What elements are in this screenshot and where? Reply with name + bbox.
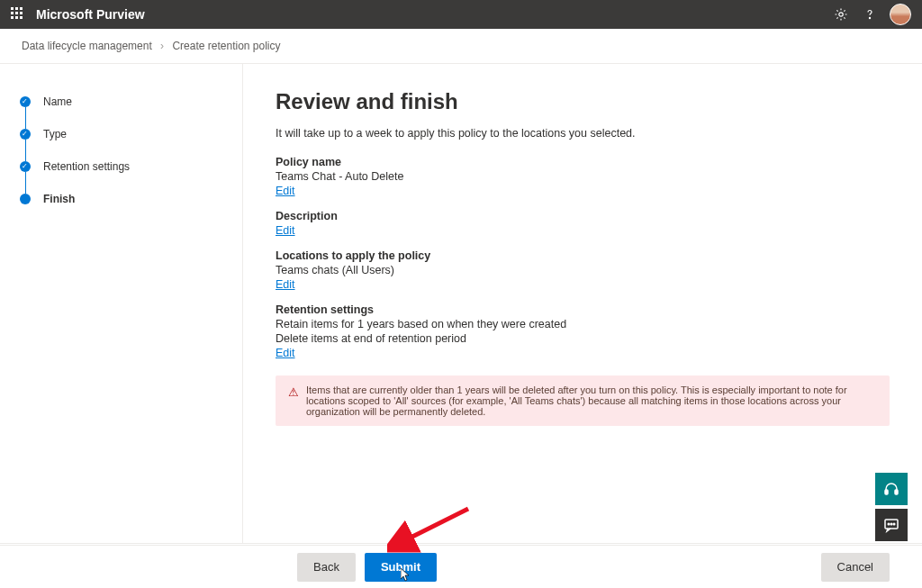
edit-locations[interactable]: Edit <box>276 278 295 291</box>
step-name[interactable]: Name <box>18 96 224 129</box>
warning-icon: ⚠ <box>288 385 299 399</box>
edit-policy-name[interactable]: Edit <box>276 185 295 197</box>
app-launcher-icon[interactable] <box>11 7 25 22</box>
side-buttons <box>875 473 908 541</box>
main-panel: Review and finish It will take up to a w… <box>243 64 922 543</box>
breadcrumb-root[interactable]: Data lifecycle management <box>22 40 152 52</box>
headset-icon[interactable] <box>875 473 908 505</box>
cancel-button[interactable]: Cancel <box>821 553 890 582</box>
svg-rect-3 <box>895 490 898 494</box>
breadcrumb: Data lifecycle management › Create reten… <box>0 29 922 64</box>
submit-button[interactable]: Submit <box>365 553 437 582</box>
svg-point-0 <box>839 13 843 16</box>
user-avatar[interactable] <box>890 4 911 25</box>
feedback-icon[interactable] <box>875 509 908 541</box>
page-subtext: It will take up to a week to apply this … <box>276 127 890 140</box>
retention-label: Retention settings <box>276 303 890 316</box>
check-icon <box>20 161 31 172</box>
footer-bar: Back Submit Cancel <box>0 545 922 588</box>
svg-point-6 <box>890 523 892 525</box>
retention-value-1: Retain items for 1 years based on when t… <box>276 318 890 330</box>
warning-banner: ⚠ Items that are currently older than 1 … <box>276 375 890 426</box>
locations-value: Teams chats (All Users) <box>276 264 890 276</box>
wizard-steps: Name Type Retention settings Finish <box>0 64 243 543</box>
warning-text: Items that are currently older than 1 ye… <box>306 384 877 417</box>
retention-value-2: Delete items at end of retention period <box>276 332 890 345</box>
svg-point-5 <box>888 523 890 525</box>
help-icon[interactable] <box>861 5 879 23</box>
settings-icon[interactable] <box>832 5 850 23</box>
back-button[interactable]: Back <box>297 553 356 582</box>
edit-retention[interactable]: Edit <box>276 347 295 359</box>
svg-point-1 <box>869 17 870 18</box>
step-type[interactable]: Type <box>18 129 224 161</box>
edit-description[interactable]: Edit <box>276 224 295 237</box>
app-title: Microsoft Purview <box>36 7 145 22</box>
step-retention[interactable]: Retention settings <box>18 161 224 194</box>
svg-rect-2 <box>885 490 888 494</box>
page-title: Review and finish <box>276 89 890 114</box>
svg-point-7 <box>893 523 895 525</box>
breadcrumb-current: Create retention policy <box>172 40 280 52</box>
step-finish[interactable]: Finish <box>18 194 224 204</box>
locations-label: Locations to apply the policy <box>276 249 890 262</box>
policy-name-label: Policy name <box>276 156 890 168</box>
current-step-icon <box>20 194 31 204</box>
description-label: Description <box>276 210 890 222</box>
check-icon <box>20 129 31 140</box>
check-icon <box>20 96 31 107</box>
topbar: Microsoft Purview <box>0 0 922 29</box>
policy-name-value: Teams Chat - Auto Delete <box>276 170 890 183</box>
